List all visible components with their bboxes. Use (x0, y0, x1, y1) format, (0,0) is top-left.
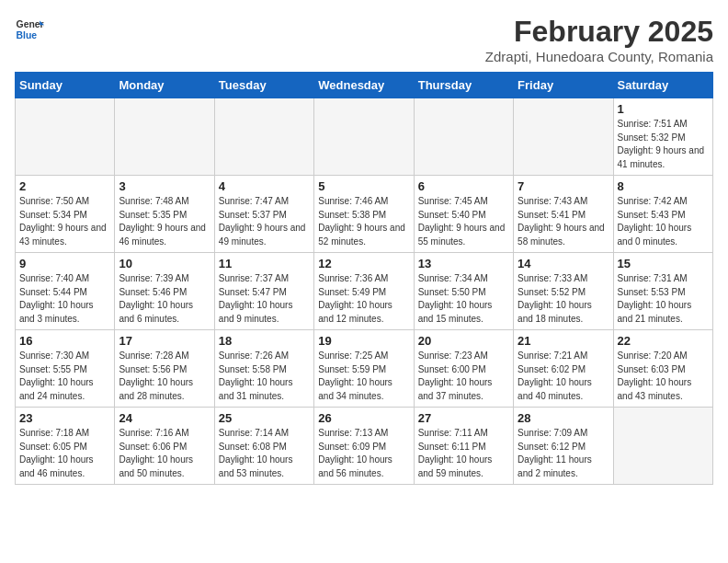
day-detail: Sunrise: 7:46 AM Sunset: 5:38 PM Dayligh… (318, 195, 409, 248)
day-number: 27 (418, 411, 509, 425)
calendar-cell (414, 98, 513, 176)
calendar-cell: 4Sunrise: 7:47 AM Sunset: 5:37 PM Daylig… (214, 176, 313, 253)
title-area: February 2025 Zdrapti, Hunedoara County,… (485, 15, 713, 64)
day-detail: Sunrise: 7:39 AM Sunset: 5:46 PM Dayligh… (119, 272, 210, 326)
day-detail: Sunrise: 7:26 AM Sunset: 5:58 PM Dayligh… (219, 350, 310, 403)
svg-text:Blue: Blue (17, 30, 38, 40)
calendar-cell: 24Sunrise: 7:16 AM Sunset: 6:06 PM Dayli… (115, 408, 214, 485)
day-number: 26 (318, 411, 409, 425)
calendar-cell: 12Sunrise: 7:36 AM Sunset: 5:49 PM Dayli… (314, 253, 414, 330)
calendar-cell: 20Sunrise: 7:23 AM Sunset: 6:00 PM Dayli… (414, 330, 513, 408)
calendar-cell: 23Sunrise: 7:18 AM Sunset: 6:05 PM Dayli… (16, 408, 115, 485)
calendar-cell (16, 98, 115, 176)
calendar-cell: 27Sunrise: 7:11 AM Sunset: 6:11 PM Dayli… (414, 408, 513, 485)
day-number: 1 (618, 102, 709, 116)
day-detail: Sunrise: 7:16 AM Sunset: 6:06 PM Dayligh… (119, 427, 210, 480)
day-number: 3 (119, 179, 210, 193)
day-detail: Sunrise: 7:43 AM Sunset: 5:41 PM Dayligh… (518, 195, 609, 248)
day-number: 18 (219, 334, 310, 348)
day-detail: Sunrise: 7:13 AM Sunset: 6:09 PM Dayligh… (318, 427, 409, 480)
day-number: 12 (318, 257, 409, 270)
calendar-cell (314, 98, 414, 176)
day-detail: Sunrise: 7:45 AM Sunset: 5:40 PM Dayligh… (418, 195, 509, 248)
page-header: General Blue February 2025 Zdrapti, Hune… (15, 15, 713, 64)
calendar-cell: 17Sunrise: 7:28 AM Sunset: 5:56 PM Dayli… (115, 330, 214, 408)
calendar-cell: 18Sunrise: 7:26 AM Sunset: 5:58 PM Dayli… (214, 330, 313, 408)
day-detail: Sunrise: 7:23 AM Sunset: 6:00 PM Dayligh… (418, 350, 509, 403)
day-number: 10 (119, 257, 210, 270)
day-detail: Sunrise: 7:28 AM Sunset: 5:56 PM Dayligh… (119, 350, 210, 403)
day-detail: Sunrise: 7:20 AM Sunset: 6:03 PM Dayligh… (618, 350, 709, 403)
calendar-cell (514, 98, 613, 176)
day-number: 23 (19, 411, 110, 425)
calendar-cell: 1Sunrise: 7:51 AM Sunset: 5:32 PM Daylig… (613, 98, 712, 176)
calendar-week-2: 9Sunrise: 7:40 AM Sunset: 5:44 PM Daylig… (16, 253, 713, 330)
day-number: 25 (219, 411, 310, 425)
day-detail: Sunrise: 7:51 AM Sunset: 5:32 PM Dayligh… (618, 118, 709, 171)
day-number: 28 (518, 411, 609, 425)
calendar-cell: 13Sunrise: 7:34 AM Sunset: 5:50 PM Dayli… (414, 253, 513, 330)
calendar-cell: 3Sunrise: 7:48 AM Sunset: 5:35 PM Daylig… (115, 176, 214, 253)
calendar-cell: 7Sunrise: 7:43 AM Sunset: 5:41 PM Daylig… (514, 176, 613, 253)
day-number: 17 (119, 334, 210, 348)
calendar-cell: 15Sunrise: 7:31 AM Sunset: 5:53 PM Dayli… (613, 253, 712, 330)
day-number: 11 (219, 257, 310, 270)
day-detail: Sunrise: 7:40 AM Sunset: 5:44 PM Dayligh… (19, 272, 110, 326)
day-number: 16 (19, 334, 110, 348)
calendar-cell: 28Sunrise: 7:09 AM Sunset: 6:12 PM Dayli… (514, 408, 613, 485)
calendar-week-4: 23Sunrise: 7:18 AM Sunset: 6:05 PM Dayli… (16, 408, 713, 485)
day-number: 20 (418, 334, 509, 348)
calendar-cell: 6Sunrise: 7:45 AM Sunset: 5:40 PM Daylig… (414, 176, 513, 253)
calendar-cell: 14Sunrise: 7:33 AM Sunset: 5:52 PM Dayli… (514, 253, 613, 330)
calendar-cell: 19Sunrise: 7:25 AM Sunset: 5:59 PM Dayli… (314, 330, 414, 408)
weekday-header-wednesday: Wednesday (314, 73, 414, 98)
day-detail: Sunrise: 7:21 AM Sunset: 6:02 PM Dayligh… (518, 350, 609, 403)
calendar-cell (214, 98, 313, 176)
day-number: 22 (618, 334, 709, 348)
calendar-table: SundayMondayTuesdayWednesdayThursdayFrid… (15, 72, 713, 485)
day-detail: Sunrise: 7:18 AM Sunset: 6:05 PM Dayligh… (19, 427, 110, 480)
calendar-cell: 26Sunrise: 7:13 AM Sunset: 6:09 PM Dayli… (314, 408, 414, 485)
page-subtitle: Zdrapti, Hunedoara County, Romania (485, 49, 713, 64)
logo-icon: General Blue (15, 15, 44, 44)
calendar-cell (613, 408, 712, 485)
day-number: 14 (518, 257, 609, 270)
day-detail: Sunrise: 7:36 AM Sunset: 5:49 PM Dayligh… (318, 272, 409, 326)
calendar-cell: 2Sunrise: 7:50 AM Sunset: 5:34 PM Daylig… (16, 176, 115, 253)
logo: General Blue (15, 15, 44, 44)
day-number: 19 (318, 334, 409, 348)
day-detail: Sunrise: 7:30 AM Sunset: 5:55 PM Dayligh… (19, 350, 110, 403)
day-number: 13 (418, 257, 509, 270)
day-detail: Sunrise: 7:48 AM Sunset: 5:35 PM Dayligh… (119, 195, 210, 248)
calendar-cell: 25Sunrise: 7:14 AM Sunset: 6:08 PM Dayli… (214, 408, 313, 485)
day-number: 7 (518, 179, 609, 193)
weekday-header-sunday: Sunday (16, 73, 115, 98)
day-number: 9 (19, 257, 110, 270)
page-title: February 2025 (485, 15, 713, 49)
day-number: 24 (119, 411, 210, 425)
calendar-cell: 21Sunrise: 7:21 AM Sunset: 6:02 PM Dayli… (514, 330, 613, 408)
day-detail: Sunrise: 7:11 AM Sunset: 6:11 PM Dayligh… (418, 427, 509, 480)
calendar-week-3: 16Sunrise: 7:30 AM Sunset: 5:55 PM Dayli… (16, 330, 713, 408)
calendar-cell: 10Sunrise: 7:39 AM Sunset: 5:46 PM Dayli… (115, 253, 214, 330)
weekday-header-friday: Friday (514, 73, 613, 98)
day-detail: Sunrise: 7:31 AM Sunset: 5:53 PM Dayligh… (618, 272, 709, 326)
weekday-header-saturday: Saturday (613, 73, 712, 98)
weekday-header-monday: Monday (115, 73, 214, 98)
day-detail: Sunrise: 7:42 AM Sunset: 5:43 PM Dayligh… (618, 195, 709, 248)
day-number: 21 (518, 334, 609, 348)
weekday-header-thursday: Thursday (414, 73, 513, 98)
calendar-week-0: 1Sunrise: 7:51 AM Sunset: 5:32 PM Daylig… (16, 98, 713, 176)
calendar-header-row: SundayMondayTuesdayWednesdayThursdayFrid… (16, 73, 713, 98)
day-detail: Sunrise: 7:37 AM Sunset: 5:47 PM Dayligh… (219, 272, 310, 326)
day-number: 4 (219, 179, 310, 193)
day-detail: Sunrise: 7:25 AM Sunset: 5:59 PM Dayligh… (318, 350, 409, 403)
day-detail: Sunrise: 7:14 AM Sunset: 6:08 PM Dayligh… (219, 427, 310, 480)
calendar-cell: 5Sunrise: 7:46 AM Sunset: 5:38 PM Daylig… (314, 176, 414, 253)
day-detail: Sunrise: 7:34 AM Sunset: 5:50 PM Dayligh… (418, 272, 509, 326)
calendar-cell: 22Sunrise: 7:20 AM Sunset: 6:03 PM Dayli… (613, 330, 712, 408)
calendar-cell: 16Sunrise: 7:30 AM Sunset: 5:55 PM Dayli… (16, 330, 115, 408)
calendar-cell: 9Sunrise: 7:40 AM Sunset: 5:44 PM Daylig… (16, 253, 115, 330)
weekday-header-tuesday: Tuesday (214, 73, 313, 98)
calendar-cell (115, 98, 214, 176)
